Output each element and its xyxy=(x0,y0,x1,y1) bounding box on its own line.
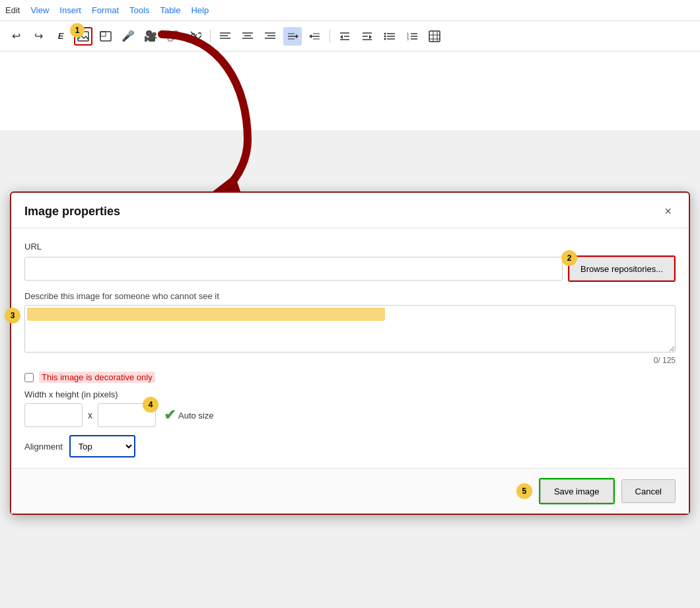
dialog-footer: 5 Save image Cancel xyxy=(11,468,689,514)
svg-marker-23 xyxy=(340,35,343,39)
align-center-button[interactable] xyxy=(238,27,257,46)
url-label: URL xyxy=(24,242,676,252)
svg-text:3.: 3. xyxy=(407,37,409,41)
alt-text-label: Describe this image for someone who cann… xyxy=(24,291,676,301)
save-image-button[interactable]: Save image xyxy=(540,479,613,503)
link-button[interactable]: 🔗 xyxy=(164,27,182,46)
more-media-button[interactable] xyxy=(96,27,115,46)
step3-badge: 3 xyxy=(5,308,20,323)
svg-rect-3 xyxy=(100,32,106,36)
menu-tools[interactable]: Tools xyxy=(129,5,149,15)
image-insert-button[interactable]: 1 xyxy=(74,27,92,46)
step2-badge: 2 xyxy=(561,250,577,266)
autosize-check-icon: ✔ xyxy=(164,407,176,424)
svg-point-32 xyxy=(384,38,386,40)
ltr-button[interactable] xyxy=(283,27,302,46)
menu-bar: Edit View Insert Format Tools Table Help xyxy=(0,0,700,21)
decorative-checkbox[interactable] xyxy=(24,373,34,382)
browse-btn-wrapper: 2 Browse repositories... xyxy=(568,255,676,282)
undo-button[interactable]: ↩ xyxy=(7,27,25,46)
step1-badge: 1 xyxy=(70,23,85,38)
alignment-row: Alignment Top Middle Bottom Left Right xyxy=(24,435,676,457)
separator2 xyxy=(330,30,330,43)
alt-text-input[interactable] xyxy=(24,305,676,353)
unlink-button[interactable] xyxy=(186,27,205,46)
save-btn-wrapper: Save image xyxy=(539,478,615,504)
size-label: Width x height (in pixels) xyxy=(24,389,676,399)
dialog-header: Image properties × xyxy=(11,193,689,228)
video-button[interactable]: 🎥 xyxy=(141,27,160,46)
step4-badge: 4 xyxy=(143,397,158,413)
edit-text-button[interactable]: E xyxy=(52,27,70,46)
indent-right-button[interactable] xyxy=(358,27,376,46)
svg-marker-15 xyxy=(296,34,298,38)
align-left-button[interactable] xyxy=(216,27,234,46)
url-row: 2 Browse repositories... xyxy=(24,255,676,282)
browse-repositories-button[interactable]: Browse repositories... xyxy=(569,257,674,281)
menu-format[interactable]: Format xyxy=(92,5,119,15)
rtl-button[interactable] xyxy=(306,27,324,46)
alt-text-wrapper: 3 xyxy=(24,305,676,355)
svg-point-31 xyxy=(384,35,386,37)
close-dialog-button[interactable]: × xyxy=(660,203,676,220)
redo-button[interactable]: ↪ xyxy=(29,27,48,46)
alignment-select[interactable]: Top Middle Bottom Left Right xyxy=(69,435,135,457)
decorative-row: This image is decorative only xyxy=(24,372,676,383)
table-button[interactable] xyxy=(425,27,444,46)
size-row: x 4 ✔ Auto size xyxy=(24,403,676,427)
char-count: 0/ 125 xyxy=(24,356,676,365)
image-properties-dialog: Image properties × URL 2 Browse reposito… xyxy=(10,191,690,515)
autosize-label: Auto size xyxy=(178,411,213,421)
dialog-body: URL 2 Browse repositories... Describe th… xyxy=(11,228,689,468)
svg-marker-19 xyxy=(309,34,312,38)
autosize-wrapper: ✔ Auto size xyxy=(164,407,213,424)
menu-insert[interactable]: Insert xyxy=(59,5,81,15)
svg-marker-27 xyxy=(369,35,372,39)
menu-view[interactable]: View xyxy=(30,5,49,15)
width-input[interactable] xyxy=(24,403,83,427)
step5-badge: 5 xyxy=(516,483,532,499)
dialog-title: Image properties xyxy=(24,205,120,219)
list-ol-button[interactable]: 1.2.3. xyxy=(403,27,421,46)
separator xyxy=(210,30,211,43)
toolbar: ↩ ↪ E 1 🎤 🎥 🔗 xyxy=(0,21,700,51)
indent-left-button[interactable] xyxy=(335,27,354,46)
audio-button[interactable]: 🎤 xyxy=(119,27,137,46)
list-ul-button[interactable] xyxy=(380,27,399,46)
svg-point-30 xyxy=(384,32,386,34)
url-input[interactable] xyxy=(24,257,563,281)
align-right-button[interactable] xyxy=(261,27,279,46)
decorative-label: This image is decorative only xyxy=(39,372,155,383)
menu-table[interactable]: Table xyxy=(160,5,180,15)
menu-help[interactable]: Help xyxy=(191,5,209,15)
alignment-label: Alignment xyxy=(24,442,63,452)
cancel-button[interactable]: Cancel xyxy=(621,479,676,503)
svg-rect-42 xyxy=(429,31,440,42)
size-x-label: x xyxy=(88,410,92,421)
editor-area[interactable] xyxy=(0,51,700,131)
menu-edit[interactable]: Edit xyxy=(5,5,20,15)
